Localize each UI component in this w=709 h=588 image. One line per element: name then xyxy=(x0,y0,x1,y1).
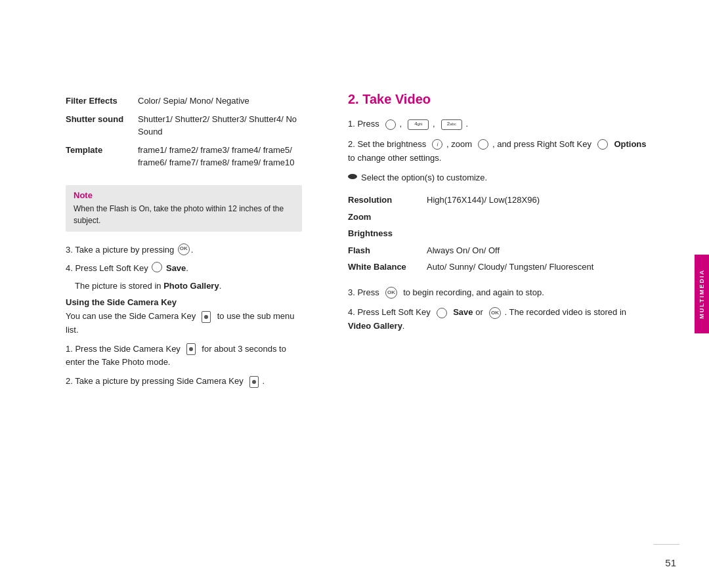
key-2abc-icon: 2abc xyxy=(441,119,462,130)
side-camera-icon xyxy=(202,311,211,323)
save-label: Save xyxy=(453,307,473,317)
bullet-text: Select the option(s) to customize. xyxy=(361,171,487,185)
table-row: Resolution High(176X144)/ Low(128X96) xyxy=(348,192,650,209)
brightness-icon xyxy=(432,139,442,150)
zoom-label: Zoom xyxy=(348,209,427,226)
note-text: When the Flash is On, take the photo wit… xyxy=(74,203,294,226)
side-camera-icon-2 xyxy=(186,343,196,355)
page-number: 51 xyxy=(665,557,676,568)
side-camera-intro: You can use the Side Camera Key to use t… xyxy=(66,310,302,337)
right-step-2: 2. Set the brightness , zoom , and press… xyxy=(348,138,650,165)
template-label: Template xyxy=(66,141,138,172)
shutter-sound-value: Shutter1/ Shutter2/ Shutter3/ Shutter4/ … xyxy=(138,110,302,141)
right-step-1: 1. Press , 4ghi , 2abc . xyxy=(348,117,650,131)
step-4-save: Save. xyxy=(163,262,188,276)
right-column: 2. Take Video 1. Press , 4ghi , 2abc . 2… xyxy=(322,0,670,588)
video-gallery-label: Video Gallery xyxy=(348,321,402,331)
section-title: 2. Take Video xyxy=(348,92,650,107)
brightness-label: Brightness xyxy=(348,225,427,242)
bullet-dot xyxy=(348,174,357,179)
page-divider xyxy=(653,544,679,545)
settings-table: Filter Effects Color/ Sepia/ Mono/ Negat… xyxy=(66,92,302,172)
filter-effects-label: Filter Effects xyxy=(66,92,138,110)
bullet-item: Select the option(s) to customize. xyxy=(348,171,650,185)
ok-icon-3: OK xyxy=(489,307,501,319)
step-4: 4. Press Left Soft Key Save. xyxy=(66,262,302,276)
photo-gallery-bold: Photo Gallery xyxy=(163,281,219,291)
right-step-3: 3. Press OK to begin recording, and agai… xyxy=(348,286,650,300)
ok-icon: OK xyxy=(178,243,190,255)
table-row: Brightness xyxy=(348,225,650,242)
zoom-value xyxy=(427,209,650,226)
photo-gallery-note: The picture is stored in Photo Gallery. xyxy=(75,281,302,291)
left-column: Filter Effects Color/ Sepia/ Mono/ Negat… xyxy=(0,0,322,588)
right-step-4: 4. Press Left Soft Key Save or OK . The … xyxy=(348,306,650,333)
resolution-label: Resolution xyxy=(348,192,427,209)
step-3-period: . xyxy=(191,243,194,257)
left-soft-key-icon xyxy=(152,262,162,272)
right-soft-key-icon xyxy=(597,139,608,150)
table-row: Filter Effects Color/ Sepia/ Mono/ Negat… xyxy=(66,92,302,110)
table-row: White Balance Auto/ Sunny/ Cloudy/ Tungs… xyxy=(348,259,650,276)
zoom-icon xyxy=(478,139,488,150)
white-balance-value: Auto/ Sunny/ Cloudy/ Tungsten/ Fluoresce… xyxy=(427,259,650,276)
key-4ghi-icon: 4ghi xyxy=(408,119,429,130)
filter-effects-value: Color/ Sepia/ Mono/ Negative xyxy=(138,92,302,110)
page-container: Filter Effects Color/ Sepia/ Mono/ Negat… xyxy=(0,0,709,588)
sidebar-label: MULTIMEDIA xyxy=(698,269,705,319)
resolution-value: High(176X144)/ Low(128X96) xyxy=(427,192,650,209)
ok-icon-2: OK xyxy=(385,287,397,299)
left-soft-key-icon-2 xyxy=(437,308,447,318)
step-3-text: 3. Take a picture by pressing xyxy=(66,243,177,257)
note-box: Note When the Flash is On, take the phot… xyxy=(66,185,302,232)
note-label: Note xyxy=(74,190,294,200)
step-4-text: 4. Press Left Soft Key xyxy=(66,262,150,276)
template-value: frame1/ frame2/ frame3/ frame4/ frame5/ … xyxy=(138,141,302,172)
side-camera-step1: 1. Press the Side Camera Key for about 3… xyxy=(66,343,302,370)
multimedia-sidebar-tab: MULTIMEDIA xyxy=(695,255,709,333)
table-row: Flash Always On/ On/ Off xyxy=(348,242,650,259)
side-camera-heading: Using the Side Camera Key xyxy=(66,297,302,307)
flash-value: Always On/ On/ Off xyxy=(427,242,650,259)
shutter-sound-label: Shutter sound xyxy=(66,110,138,141)
table-row: Template frame1/ frame2/ frame3/ frame4/… xyxy=(66,141,302,172)
side-camera-step2: 2. Take a picture by pressing Side Camer… xyxy=(66,375,302,388)
options-label: Options xyxy=(614,139,646,149)
options-table: Resolution High(176X144)/ Low(128X96) Zo… xyxy=(348,192,650,276)
flash-label: Flash xyxy=(348,242,427,259)
table-row: Zoom xyxy=(348,209,650,226)
step-3: 3. Take a picture by pressing OK . xyxy=(66,243,302,257)
table-row: Shutter sound Shutter1/ Shutter2/ Shutte… xyxy=(66,110,302,141)
press-icon-1 xyxy=(385,119,396,130)
side-camera-icon-3 xyxy=(249,376,259,388)
white-balance-label: White Balance xyxy=(348,259,427,276)
brightness-value xyxy=(427,225,650,242)
